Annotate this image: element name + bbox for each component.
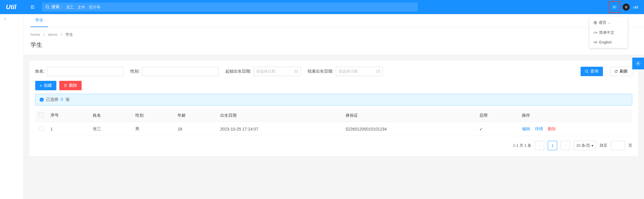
col-birth: 出生日期 [217,109,342,122]
chevron-down-icon: ⌄ [608,21,611,24]
language-option-cn[interactable]: CN 简体中文 [589,28,628,38]
chevron-right-icon: › [565,143,566,148]
query-button[interactable]: 查询 [581,67,603,76]
col-actions: 操作 [518,109,632,122]
breadcrumb-item[interactable]: demo [48,32,58,37]
detail-link[interactable]: 详情 [535,126,543,131]
col-enabled: 启用 [476,109,518,122]
selection-banner: i 已选择 0 项 [35,94,632,106]
filter-end-date-picker[interactable]: 请选择日期 [336,67,383,76]
select-all-checkbox[interactable] [39,113,43,117]
svg-point-6 [638,63,639,64]
next-page-button[interactable]: › [561,141,570,150]
gear-icon [612,5,617,9]
jump-label: 跳至 [600,143,607,148]
info-icon: i [40,98,44,102]
globe-icon [594,21,597,24]
svg-point-1 [614,6,615,8]
chevron-left-icon: ‹ [539,143,540,148]
page-number-button[interactable]: 1 [548,141,557,150]
tabs-bar: 学生 [23,14,644,27]
page-title: 学生 [23,40,644,55]
filter-name-label: 姓名: [35,69,45,74]
language-option-en[interactable]: GB English [589,38,628,47]
breadcrumb-current: 学生 [65,32,73,37]
language-dropdown: 语言 ⌄ CN 简体中文 GB English [589,16,628,48]
col-name: 姓名 [89,109,132,122]
floating-settings-button[interactable] [632,58,644,69]
svg-rect-2 [295,70,298,73]
delete-button[interactable]: 删除 [59,81,82,90]
prev-page-button[interactable]: ‹ [535,141,544,150]
settings-button[interactable] [608,1,620,13]
filter-start-date-label: 起始出生日期: [225,69,251,74]
edit-link[interactable]: 编辑 [522,126,530,131]
data-table: 序号 姓名 性别 年龄 出生日期 身份证 启用 操作 [35,109,632,136]
svg-point-4 [585,70,588,72]
cell-name: 张三 [89,122,132,136]
gear-icon [635,61,641,66]
refresh-button[interactable]: 刷新 [610,67,632,76]
sidebar [0,14,23,199]
col-age: 年龄 [174,109,216,122]
row-checkbox[interactable] [39,126,43,131]
col-idcard: 身份证 [342,109,476,122]
cell-idcard: 522601200010101234 [342,122,476,136]
pagination-total: 1-1 共 1 条 [513,143,531,148]
calendar-icon [377,70,380,73]
avatar[interactable]: U [623,4,630,11]
jump-page-input[interactable] [611,141,625,150]
svg-rect-3 [377,70,380,73]
search-input[interactable] [66,5,414,9]
delete-link[interactable]: 删除 [548,126,556,131]
breadcrumb-sep: / [61,32,62,37]
col-index: 序号 [47,109,89,122]
page-size-select[interactable]: 10 条/页 ▾ [574,141,596,150]
check-icon: ✓ [479,127,483,131]
logo: Util [4,3,18,11]
trash-icon [64,84,67,87]
breadcrumb-item[interactable]: home [31,32,40,37]
search-icon [45,5,50,9]
search-prefix: 搜索： [51,4,64,10]
svg-point-0 [46,6,49,8]
cell-index: 1 [47,122,89,136]
pagination: 1-1 共 1 条 ‹ 1 › 10 条/页 ▾ 跳至 页 [35,136,632,150]
search-icon [585,70,589,73]
col-gender: 性别 [132,109,174,122]
filter-end-date-label: 结束出生日期: [308,69,333,74]
cell-gender: 男 [132,122,174,136]
cell-actions: 编辑 详情 删除 [518,122,632,136]
global-search[interactable]: 搜索： [42,3,418,11]
filter-gender-input[interactable] [142,67,218,76]
plus-icon: + [40,83,42,88]
filter-start-date-picker[interactable]: 请选择日期 [254,67,301,76]
create-button[interactable]: + 创建 [35,81,56,90]
dropdown-header[interactable]: 语言 ⌄ [589,18,628,28]
menu-toggle-icon[interactable] [30,5,35,9]
page-suffix: 页 [628,143,632,148]
sidebar-chevron-icon[interactable] [0,14,23,24]
refresh-icon [614,70,618,73]
table-row: 1 张三 男 18 2023-10-25 17:14:07 5226012000… [35,122,632,136]
tab-students[interactable]: 学生 [31,14,48,27]
chevron-down-icon: ▾ [591,143,594,148]
breadcrumb-sep: / [43,32,45,37]
filter-name-input[interactable] [47,67,123,76]
username-label: util [633,5,638,9]
breadcrumb: home / demo / 学生 [23,27,644,40]
cell-age: 18 [174,122,216,136]
cell-enabled: ✓ [476,122,518,136]
cell-birth: 2023-10-25 17:14:07 [217,122,342,136]
calendar-icon [294,70,298,73]
top-header: Util 搜索： U util [0,0,644,14]
filter-gender-label: 性别: [130,69,140,74]
filter-bar: 姓名: 性别: 起始出生日期: 请选择日期 [35,67,632,76]
